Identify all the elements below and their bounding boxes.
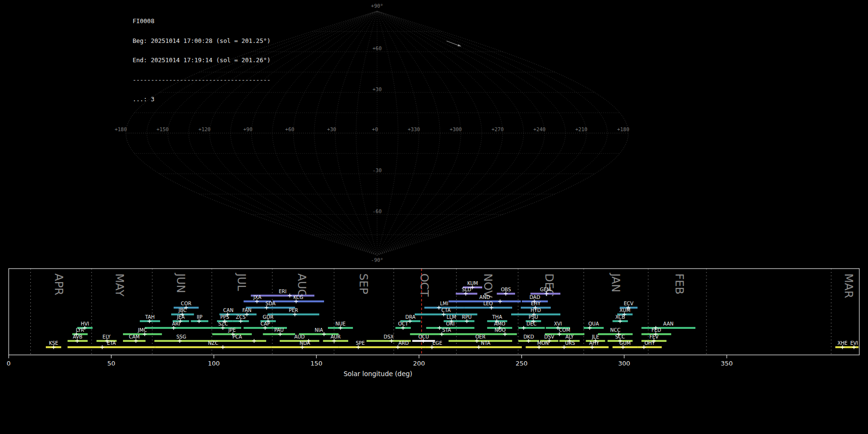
shower-code-label: ELY bbox=[103, 334, 111, 339]
shower-code-label: DAD bbox=[529, 295, 540, 300]
shower-code-label: ORI bbox=[446, 321, 455, 326]
shower-code-label: MON bbox=[537, 340, 549, 346]
month-label: APR bbox=[53, 273, 65, 296]
meteor-count: ...: 3 bbox=[133, 96, 271, 103]
month-labels: APRMAYJUNJULAUGSEPOCTNOVDECJANFEBMAR bbox=[53, 272, 855, 298]
shower-activity-bar bbox=[583, 327, 604, 329]
shower-code-label: CAM bbox=[129, 334, 139, 339]
shower-code-label: OCU bbox=[418, 334, 429, 339]
shower-code-label: JLE bbox=[591, 334, 599, 339]
shower-activity-bar bbox=[246, 307, 295, 309]
month-gridlines bbox=[31, 269, 831, 355]
shower-code-label: SLD bbox=[462, 287, 472, 292]
shower-AAN: AAN bbox=[641, 321, 695, 330]
shower-code-label: JBC bbox=[178, 308, 187, 313]
shower-activity-bar bbox=[271, 346, 339, 348]
shower-code-label: ARI bbox=[172, 321, 180, 326]
shower-code-label: SSG bbox=[176, 334, 186, 339]
shower-code-label: DSV bbox=[544, 334, 554, 339]
shower-RPU: RPU bbox=[459, 314, 475, 323]
shower-code-label: AHY bbox=[589, 340, 599, 346]
shower-code-label: ERI bbox=[279, 289, 286, 294]
x-tick-label: 250 bbox=[515, 360, 528, 367]
shower-code-label: LLM bbox=[447, 314, 456, 320]
shower-code-label: CAP bbox=[260, 321, 270, 326]
shower-TAH: TAH bbox=[140, 314, 160, 323]
shower-code-label: STA bbox=[442, 327, 451, 333]
shower-code-label: ALY bbox=[565, 334, 574, 339]
shower-code-label: LEO bbox=[483, 301, 493, 306]
shower-ZCS: ZCS bbox=[232, 314, 249, 323]
shower-OER: OER bbox=[448, 334, 512, 343]
shower-code-label: XHE bbox=[838, 340, 848, 346]
shower-SSG: SSG bbox=[154, 334, 208, 343]
month-label: MAR bbox=[842, 273, 855, 298]
shower-code-label: PSU bbox=[529, 314, 538, 320]
shower-code-label: EGE bbox=[433, 340, 442, 346]
shower-code-label: OCT bbox=[398, 321, 409, 326]
shower-code-label: SCC bbox=[615, 334, 625, 339]
shower-code-label: EVI bbox=[850, 340, 858, 346]
shower-QUA: QUA bbox=[583, 321, 604, 330]
shower-activity-bar bbox=[612, 346, 637, 348]
shower-code-label: KSE bbox=[49, 340, 58, 346]
shower-NUE: NUE bbox=[328, 321, 353, 330]
shower-code-label: RPU bbox=[462, 314, 472, 320]
x-tick-label: 300 bbox=[618, 360, 630, 367]
x-tick-label: 150 bbox=[311, 360, 323, 367]
shower-AVB: AVB bbox=[68, 334, 88, 343]
month-label: JAN bbox=[610, 272, 622, 292]
shower-KSE: KSE bbox=[46, 340, 61, 349]
shower-code-label: XCB bbox=[615, 314, 625, 320]
app-root: FI0008 Beg: 20251014 17:00:28 (sol = 201… bbox=[0, 0, 868, 434]
shower-code-label: OHY bbox=[644, 340, 655, 346]
shower-code-label: AAN bbox=[663, 321, 673, 326]
shower-code-label: DRA bbox=[406, 314, 416, 320]
shower-code-label: CTA bbox=[441, 308, 450, 313]
shower-code-label: HYD bbox=[530, 308, 541, 313]
shower-code-label: ARD bbox=[398, 340, 409, 346]
shower-code-label: PAU bbox=[274, 327, 284, 333]
shower-activity-bar bbox=[68, 346, 155, 348]
shower-code-label: SZC bbox=[218, 321, 228, 326]
month-label: JUL bbox=[235, 272, 248, 291]
shower-activity-bar bbox=[483, 333, 517, 335]
shower-activity-bar bbox=[526, 346, 560, 348]
shower-OBS: OBS bbox=[497, 287, 515, 296]
shower-activity-bar bbox=[382, 346, 425, 348]
shower-AUR: AUR bbox=[323, 334, 348, 343]
shower-code-label: QUA bbox=[588, 321, 599, 326]
shower-code-label: LYR bbox=[76, 327, 84, 333]
shower-activity-bar bbox=[449, 346, 522, 348]
shower-activity-bar bbox=[580, 346, 609, 348]
shower-ARI: ARI bbox=[145, 321, 207, 330]
shower-code-label: SDA bbox=[266, 301, 276, 306]
x-axis-ticks: 050100150200250300350 bbox=[7, 355, 733, 367]
shower-code-label: NZC bbox=[208, 340, 218, 346]
shower-code-label: KCG bbox=[293, 295, 303, 300]
shower-activity-bar bbox=[641, 327, 695, 329]
shower-code-label: ZCS bbox=[236, 314, 245, 320]
shower-code-label: NTA bbox=[481, 340, 490, 346]
begin-time: Beg: 20251014 17:00:28 (sol = 201.25°) bbox=[133, 38, 271, 44]
x-tick-label: 200 bbox=[413, 360, 425, 367]
shower-code-label: FAN bbox=[242, 308, 251, 313]
shower-SZC: SZC bbox=[205, 321, 241, 330]
shower-bars: KUMSLDOBSGEMERIJXAKCGANDDADCORSDALMILEOE… bbox=[46, 281, 858, 349]
month-label: OCT bbox=[418, 273, 431, 297]
x-tick-label: 350 bbox=[721, 360, 733, 367]
shower-code-label: OBS bbox=[501, 287, 511, 292]
shower-code-label: NDA bbox=[299, 340, 310, 346]
observation-info: FI0008 Beg: 20251014 17:00:28 (sol = 201… bbox=[133, 5, 271, 116]
shower-code-label: EHY bbox=[531, 301, 541, 306]
shower-code-label: FED bbox=[651, 327, 661, 333]
x-axis-label: Solar longitude (deg) bbox=[344, 370, 413, 378]
shower-DKD: DKD bbox=[518, 334, 539, 343]
shower-code-label: URS bbox=[565, 340, 575, 346]
x-tick-label: 50 bbox=[107, 360, 115, 367]
month-label: AUG bbox=[296, 273, 308, 298]
month-label: SEP bbox=[357, 273, 370, 294]
shower-code-label: JXA bbox=[253, 295, 261, 300]
shower-code-label: JMC bbox=[137, 327, 147, 333]
shower-code-label: XUM bbox=[619, 308, 630, 313]
